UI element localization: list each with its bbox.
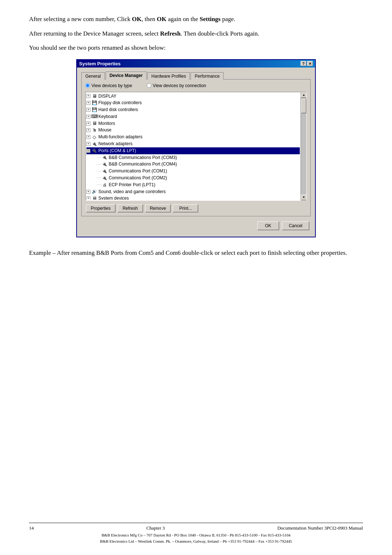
footer-chapter: Chapter 3 bbox=[146, 525, 165, 531]
device-label: DISPLAY bbox=[98, 93, 117, 99]
expand-icon[interactable]: + bbox=[86, 94, 90, 98]
device-icon: 🔌 bbox=[102, 155, 107, 160]
device-icon: 🔌 bbox=[91, 141, 97, 146]
dialog-title: System Properties bbox=[79, 61, 121, 66]
device-label: Mouse bbox=[98, 127, 111, 133]
device-label: Communications Port (COM2) bbox=[109, 175, 167, 181]
list-item[interactable]: + 🔌 Network adapters bbox=[86, 140, 300, 147]
device-icon: 🔌 bbox=[102, 169, 107, 174]
expand-icon[interactable]: − bbox=[86, 149, 90, 153]
ok-button[interactable]: OK bbox=[257, 221, 279, 230]
device-label: Sound, video and game controllers bbox=[98, 189, 166, 195]
device-label: ECP Printer Port (LPT1) bbox=[109, 182, 155, 188]
print-button[interactable]: Print... bbox=[173, 204, 198, 212]
list-item-ports[interactable]: − 🔌 Ports (COM & LPT) bbox=[86, 147, 300, 154]
list-item[interactable]: + 🖥 System devices bbox=[86, 195, 300, 199]
footer-line1: B&B Electronics Mfg Co – 707 Dayton Rd -… bbox=[29, 532, 363, 538]
footer-doc: Documentation Number 3PCI2-0903 Manual bbox=[277, 525, 363, 531]
device-label: Multi-function adapters bbox=[98, 134, 142, 140]
device-icon: 🖥 bbox=[91, 196, 97, 200]
expand-icon[interactable]: + bbox=[86, 115, 90, 119]
expand-icon[interactable]: + bbox=[86, 128, 90, 132]
list-item[interactable]: · · · · 🖨 ECP Printer Port (LPT1) bbox=[86, 181, 300, 188]
tree-connector: · · · · bbox=[97, 162, 101, 167]
tab-general[interactable]: General bbox=[81, 72, 105, 79]
list-item[interactable]: · · · · 🔌 B&B Communications Port (COM3) bbox=[86, 154, 300, 161]
list-item[interactable]: + ◇ Multi-function adapters bbox=[86, 134, 300, 140]
tree-connector: · · · · bbox=[97, 169, 101, 174]
radio-row: View devices by type View devices by con… bbox=[85, 83, 307, 88]
remove-button[interactable]: Remove bbox=[145, 204, 171, 212]
device-icon: 🖨 bbox=[102, 182, 107, 187]
dialog-titlebar: System Properties ? ✕ bbox=[77, 60, 315, 68]
radio-by-connection-label: View devices by connection bbox=[153, 83, 206, 88]
scroll-thumb[interactable] bbox=[301, 99, 306, 113]
scrollbar[interactable]: ▲ ▼ bbox=[301, 92, 306, 200]
properties-button[interactable]: Properties bbox=[86, 204, 115, 212]
list-item[interactable]: + 🖥 DISPLAY bbox=[86, 93, 300, 100]
footer-page: 14 bbox=[29, 525, 34, 531]
device-icon: 🖥 bbox=[91, 94, 97, 99]
scroll-down-arrow[interactable]: ▼ bbox=[301, 195, 307, 200]
list-item[interactable]: + 🔊 Sound, video and game controllers bbox=[86, 188, 300, 195]
help-button[interactable]: ? bbox=[301, 61, 306, 66]
list-item[interactable]: · · · · 🔌 Communications Port (COM2) bbox=[86, 175, 300, 181]
scroll-track[interactable] bbox=[301, 98, 306, 195]
radio-by-type-input[interactable] bbox=[85, 83, 90, 88]
device-list: + 🖥 DISPLAY + 💾 Floppy disk controllers … bbox=[85, 92, 307, 201]
footer-line2: B&B Electronics Ltd – Westlink Comm. Pk.… bbox=[29, 538, 363, 544]
device-label: Floppy disk controllers bbox=[98, 100, 142, 106]
device-icon: ⌨ bbox=[91, 114, 97, 119]
tab-hardware-profiles[interactable]: Hardware Profiles bbox=[147, 72, 190, 79]
device-label: System devices bbox=[98, 195, 129, 199]
expand-icon[interactable]: + bbox=[86, 142, 90, 146]
radio-by-type[interactable]: View devices by type bbox=[85, 83, 132, 88]
list-item[interactable]: + 💾 Floppy disk controllers bbox=[86, 99, 300, 106]
scroll-up-arrow[interactable]: ▲ bbox=[301, 92, 307, 98]
tabs-row: General Device Manager Hardware Profiles… bbox=[80, 70, 312, 79]
subtitle: You should see the two ports renamed as … bbox=[29, 43, 363, 53]
device-icon: 🔊 bbox=[91, 189, 97, 194]
device-icon: 💾 bbox=[91, 101, 97, 106]
radio-by-connection[interactable]: View devices by connection bbox=[147, 83, 206, 88]
refresh-button[interactable]: Refresh bbox=[118, 204, 143, 212]
expand-icon[interactable]: + bbox=[86, 122, 90, 126]
device-label: Ports (COM & LPT) bbox=[98, 148, 136, 154]
cancel-button[interactable]: Cancel bbox=[282, 221, 309, 230]
device-icon: 🔌 bbox=[102, 162, 107, 167]
tab-performance[interactable]: Performance bbox=[191, 72, 224, 79]
titlebar-buttons: ? ✕ bbox=[301, 61, 313, 66]
device-label: Monitors bbox=[98, 121, 115, 127]
device-icon: ◇ bbox=[91, 135, 97, 140]
intro-paragraph-1: After selecting a new com number, Click … bbox=[29, 15, 363, 24]
dialog-body: General Device Manager Hardware Profiles… bbox=[77, 68, 315, 237]
list-item[interactable]: + 🖥 Monitors bbox=[86, 120, 300, 127]
device-icon: 🔌 bbox=[91, 148, 97, 153]
close-button[interactable]: ✕ bbox=[307, 61, 313, 66]
radio-by-connection-input[interactable] bbox=[147, 83, 151, 88]
page-footer: 14 Chapter 3 Documentation Number 3PCI2-… bbox=[29, 523, 363, 544]
expand-icon[interactable]: + bbox=[86, 108, 90, 112]
list-item[interactable]: · · · · 🔌 B&B Communications Port (COM4) bbox=[86, 161, 300, 168]
expand-icon[interactable]: + bbox=[86, 135, 90, 139]
system-properties-dialog: System Properties ? ✕ General Device Man… bbox=[76, 59, 316, 237]
tree-connector: · · · · bbox=[97, 182, 101, 187]
list-item[interactable]: + ⌨ Keyboard bbox=[86, 113, 300, 120]
device-icon: 🔌 bbox=[102, 175, 107, 180]
caption: Example – After renaming B&B Ports from … bbox=[29, 248, 363, 258]
dialog-footer: OK Cancel bbox=[80, 221, 312, 233]
footer-main-row: 14 Chapter 3 Documentation Number 3PCI2-… bbox=[29, 525, 363, 531]
expand-icon[interactable]: + bbox=[86, 190, 90, 194]
device-icon: 🖥 bbox=[91, 121, 97, 126]
device-icon: 💾 bbox=[91, 107, 97, 112]
expand-icon[interactable]: + bbox=[86, 101, 90, 105]
list-item[interactable]: + 💾 Hard disk controllers bbox=[86, 106, 300, 113]
tab-device-manager[interactable]: Device Manager bbox=[106, 72, 147, 79]
list-item[interactable]: + 🖱 Mouse bbox=[86, 127, 300, 134]
expand-icon[interactable]: + bbox=[86, 196, 90, 199]
radio-by-type-label: View devices by type bbox=[91, 83, 132, 88]
device-label: B&B Communications Port (COM4) bbox=[109, 161, 177, 167]
tree-connector: · · · · bbox=[97, 155, 101, 160]
list-item[interactable]: · · · · 🔌 Communications Port (COM1) bbox=[86, 168, 300, 175]
device-label: Hard disk controllers bbox=[98, 107, 138, 113]
